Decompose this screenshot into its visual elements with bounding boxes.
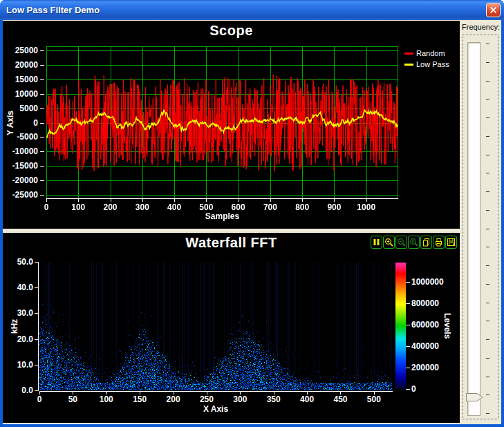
scope-panel: Scope Y Axis 2500020000150001000050000-5… [3,21,460,229]
scope-x-tick-mark [142,199,143,202]
waterfall-y-tick-mark [35,262,38,263]
print-icon [434,238,443,247]
frequency-tick-mark [486,395,489,395]
zoom-out-icon [397,238,406,247]
scope-plot-canvas [46,46,398,199]
waterfall-x-tick-label: 0 [24,395,55,404]
scope-y-tick-mark [40,108,44,109]
window-title: Low Pass Filter Demo [6,5,100,15]
pause-button[interactable] [371,236,382,249]
legend-label-low-pass: Low Pass [416,60,449,68]
client-area: Scope Y Axis 2500020000150001000050000-5… [3,20,501,424]
scope-y-tick-mark [40,180,44,181]
close-icon [489,6,497,14]
close-button[interactable] [486,3,501,17]
scope-x-tick-mark [270,199,271,202]
waterfall-x-tick-label: 200 [158,395,189,404]
scope-y-tick-mark [40,195,44,196]
frequency-tick-mark [486,155,489,155]
waterfall-x-tick-label: 450 [325,395,355,404]
waterfall-panel: Waterfall FFT kHz 50.040.030.020.010.00.… [3,233,460,423]
frequency-tick-mark [486,265,489,266]
scope-x-tick-mark [174,199,175,202]
frequency-tick-mark [486,321,489,321]
save-button[interactable] [445,236,457,249]
scope-x-axis-label: Samples [46,211,398,221]
waterfall-y-tick-mark [35,313,38,314]
scope-x-axis-line [46,198,398,199]
waterfall-y-axis-label: kHz [10,262,19,390]
zoom-in-button[interactable] [383,236,395,249]
waterfall-y-tick-label: 50.0 [3,257,33,267]
waterfall-x-tick-label: 500 [359,395,389,404]
scope-y-tick-label: 10000 [3,89,38,99]
waterfall-plot-canvas[interactable] [39,262,392,390]
scope-x-tick-label: 500 [191,202,221,212]
frequency-tick-mark [486,99,489,99]
scope-y-tick-label: 0 [3,118,38,128]
scope-y-tick-label: 5000 [3,104,38,113]
scope-x-tick-label: 700 [255,202,286,212]
frequency-slider-thumb[interactable] [466,393,483,401]
legend-item-random: Random [404,49,449,57]
waterfall-x-tick-label: 250 [192,395,222,404]
frequency-panel: Frequency: [460,20,501,424]
scope-x-tick-mark [366,199,367,202]
frequency-tick-mark [486,303,489,303]
colorbar-tick-mark [406,303,410,304]
legend-label-random: Random [416,49,445,57]
scope-y-tick-label: 20000 [3,60,38,70]
scope-y-tick-mark [40,94,44,95]
waterfall-y-tick-label: 0.0 [3,386,33,395]
frequency-tick-mark [486,377,489,377]
waterfall-x-tick-label: 350 [259,395,289,404]
scope-y-tick-mark [40,123,44,124]
scope-y-tick-mark [40,65,44,66]
scope-y-tick-label: -5000 [3,132,38,142]
scope-y-tick-label: -25000 [3,190,38,200]
title-bar[interactable]: Low Pass Filter Demo [0,0,504,20]
scope-x-tick-mark [46,199,47,202]
waterfall-x-tick-label: 100 [91,395,122,404]
scope-x-tick-mark [239,199,239,202]
scope-y-tick-label: 15000 [3,75,38,84]
colorbar-tick-mark [406,282,410,283]
scope-x-tick-label: 0 [31,202,62,212]
scope-x-tick-label: 600 [223,202,254,212]
zoom-out-button[interactable] [395,236,407,249]
legend-item-low-pass: Low Pass [404,60,449,68]
pause-icon [372,238,381,247]
app-window: Low Pass Filter Demo Scope Y Axis 250002… [0,0,504,427]
waterfall-x-tick-label: 150 [124,395,155,404]
random-series-swatch [404,53,413,55]
colorbar-gradient [395,263,406,389]
print-button[interactable] [433,236,445,249]
frequency-slider-track[interactable] [467,42,480,416]
frequency-tick-mark [486,117,489,118]
waterfall-x-tick-label: 50 [57,395,88,404]
scope-x-tick-mark [78,199,79,202]
save-icon [447,238,456,247]
copy-button[interactable] [420,236,432,249]
scope-x-tick-label: 400 [159,202,189,212]
waterfall-y-tick-mark [35,365,38,366]
colorbar-tick-mark [406,346,410,347]
zoom-reset-button[interactable] [408,236,420,249]
scope-legend: Random Low Pass [404,49,449,68]
frequency-tick-mark [486,136,489,137]
waterfall-y-tick-mark [35,390,38,391]
scope-y-tick-label: -15000 [3,161,38,171]
frequency-tick-mark [486,358,489,359]
colorbar-tick-mark [406,389,410,390]
low-pass-series-swatch [404,64,413,66]
scope-x-tick-label: 1000 [351,202,382,212]
frequency-tick-mark [486,62,489,63]
colorbar-tick-mark [406,325,410,325]
scope-x-tick-label: 800 [287,202,317,212]
frequency-tick-mark [486,191,489,192]
scope-x-tick-mark [302,199,303,202]
scope-y-tick-mark [40,151,44,152]
frequency-tick-mark [486,44,489,44]
waterfall-y-tick-label: 20.0 [3,334,33,344]
scope-x-tick-label: 200 [95,202,126,212]
